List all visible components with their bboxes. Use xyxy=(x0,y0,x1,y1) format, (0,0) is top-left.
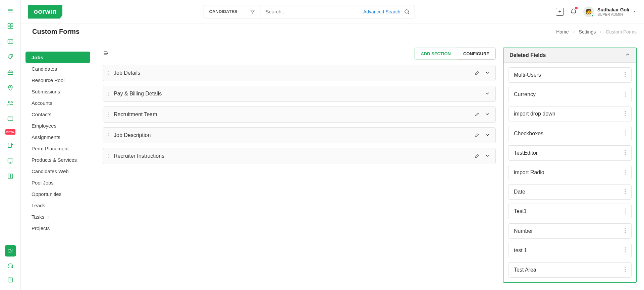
item-menu-button[interactable] xyxy=(625,208,626,215)
svg-point-63 xyxy=(625,150,626,151)
deleted-field-item[interactable]: Number xyxy=(508,223,632,239)
sidebar-item-candidates-web[interactable]: Candidates Web xyxy=(25,165,90,177)
section-row[interactable]: Recruitment Team xyxy=(103,106,496,123)
item-menu-button[interactable] xyxy=(625,130,626,137)
sidebar-item-label: Accounts xyxy=(32,100,52,106)
deleted-field-item[interactable]: Test1 xyxy=(508,204,632,219)
people-icon[interactable] xyxy=(6,98,15,108)
deleted-field-item[interactable]: Date xyxy=(508,184,632,200)
edit-section-button[interactable] xyxy=(475,132,480,139)
deleted-field-item[interactable]: import Radio xyxy=(508,165,632,180)
section-row[interactable]: Pay & Billing Details xyxy=(103,86,496,102)
svg-point-62 xyxy=(625,135,626,136)
expand-section-button[interactable] xyxy=(485,70,490,76)
deleted-field-label: Currency xyxy=(514,91,536,97)
deleted-field-item[interactable]: test 1 xyxy=(508,243,632,258)
edit-section-button[interactable] xyxy=(475,153,480,159)
svg-point-41 xyxy=(107,135,107,136)
sidebar-item-submissions[interactable]: Submissions xyxy=(25,86,90,97)
briefcase-icon[interactable] xyxy=(6,68,15,77)
item-menu-button[interactable] xyxy=(625,111,626,117)
item-menu-button[interactable] xyxy=(625,247,626,253)
sidebar-item-contacts[interactable]: Contacts xyxy=(25,108,90,120)
deleted-field-item[interactable]: TestEditor xyxy=(508,145,632,161)
drag-handle-icon[interactable] xyxy=(106,91,109,96)
sidebar-item-employees[interactable]: Employees xyxy=(25,120,90,131)
book-icon[interactable] xyxy=(6,171,15,181)
sidebar-item-label: Perm Placement xyxy=(32,146,69,151)
drag-handle-icon[interactable] xyxy=(106,70,109,76)
svg-point-71 xyxy=(625,193,626,194)
drag-handle-icon[interactable] xyxy=(106,153,109,159)
location-icon[interactable] xyxy=(6,83,15,92)
deleted-field-item[interactable]: Checkboxes xyxy=(508,126,632,141)
monitor-icon[interactable] xyxy=(6,156,15,165)
sidebar-item-accounts[interactable]: Accounts xyxy=(25,97,90,108)
sidebar-item-pool-jobs[interactable]: Pool Jobs xyxy=(25,177,90,188)
deleted-field-item[interactable]: Test Area xyxy=(508,262,632,278)
section-label: Recruitment Team xyxy=(114,112,470,118)
expand-section-button[interactable] xyxy=(485,153,490,159)
sidebar-item-assignments[interactable]: Assignments xyxy=(25,131,90,143)
brand-logo[interactable]: oorwin xyxy=(28,5,62,19)
menu-icon[interactable] xyxy=(6,6,15,15)
svg-point-79 xyxy=(625,249,626,250)
user-card-icon[interactable] xyxy=(6,37,15,46)
item-menu-button[interactable] xyxy=(625,267,626,273)
wallet-icon[interactable] xyxy=(6,114,15,123)
expand-section-button[interactable] xyxy=(485,91,490,97)
expand-section-button[interactable] xyxy=(485,132,490,139)
edit-section-button[interactable] xyxy=(475,112,480,118)
breadcrumb-settings[interactable]: Settings xyxy=(579,29,596,34)
support-icon[interactable] xyxy=(6,261,15,271)
item-menu-button[interactable] xyxy=(625,72,626,78)
configure-button[interactable]: CONFIGURE xyxy=(457,48,496,60)
sidebar-item-leads[interactable]: Leads xyxy=(25,200,90,211)
drag-handle-icon[interactable] xyxy=(106,112,109,117)
collapse-all-button[interactable] xyxy=(103,50,109,57)
svg-point-23 xyxy=(107,73,107,73)
notifications-button[interactable] xyxy=(570,7,577,16)
edit-section-button[interactable] xyxy=(475,70,480,76)
item-menu-button[interactable] xyxy=(625,169,626,176)
dashboard-icon[interactable] xyxy=(6,21,15,31)
help-icon[interactable] xyxy=(6,275,15,285)
user-menu[interactable]: 🧑 Sudhakar Goli SUPER ADMIN xyxy=(583,6,637,17)
sidebar-item-resource-pool[interactable]: Resource Pool xyxy=(25,74,90,86)
sidebar-item-jobs[interactable]: Jobs xyxy=(25,52,90,63)
sidebar-item-perm-placement[interactable]: Perm Placement xyxy=(25,143,90,154)
drag-handle-icon[interactable] xyxy=(106,133,109,138)
item-menu-button[interactable] xyxy=(625,228,626,234)
export-icon[interactable] xyxy=(6,141,15,150)
item-menu-button[interactable] xyxy=(625,150,626,156)
section-row[interactable]: Job Details xyxy=(103,65,496,81)
advanced-search-link[interactable]: Advanced Search xyxy=(363,9,400,14)
deleted-field-item[interactable]: Multi-Users xyxy=(508,67,632,83)
search-category-selector[interactable]: CANDIDATES xyxy=(204,5,261,18)
add-section-button[interactable]: ADD SECTION xyxy=(414,48,457,60)
item-menu-button[interactable] xyxy=(625,189,626,195)
svg-point-48 xyxy=(108,156,109,156)
breadcrumb-home[interactable]: Home xyxy=(556,29,569,34)
search-icon[interactable] xyxy=(404,9,410,15)
sidebar-item-tasks[interactable]: Tasks xyxy=(25,211,90,222)
expand-section-button[interactable] xyxy=(485,112,490,118)
add-button[interactable]: + xyxy=(556,8,564,16)
svg-point-54 xyxy=(625,91,626,92)
section-row[interactable]: Recruiter Instructions xyxy=(103,148,496,164)
tag-icon[interactable] xyxy=(6,52,15,62)
panel-collapse-toggle[interactable] xyxy=(625,52,630,59)
deleted-field-item[interactable]: import drop down xyxy=(508,106,632,122)
sidebar-item-opportunities[interactable]: Opportunities xyxy=(25,188,90,200)
sidebar-item-projects[interactable]: Projects xyxy=(25,222,90,234)
sidebar-item-candidates[interactable]: Candidates xyxy=(25,63,90,74)
deleted-field-item[interactable]: Currency xyxy=(508,87,632,102)
svg-point-45 xyxy=(107,154,107,155)
settings-icon[interactable] xyxy=(5,245,16,257)
search-input[interactable] xyxy=(266,9,360,14)
svg-point-58 xyxy=(625,113,626,114)
section-row[interactable]: Job Description xyxy=(103,127,496,143)
item-menu-button[interactable] xyxy=(625,91,626,98)
sidebar-item-products-services[interactable]: Products & Services xyxy=(25,154,90,165)
breadcrumb-current: Custom Forms xyxy=(606,29,637,34)
